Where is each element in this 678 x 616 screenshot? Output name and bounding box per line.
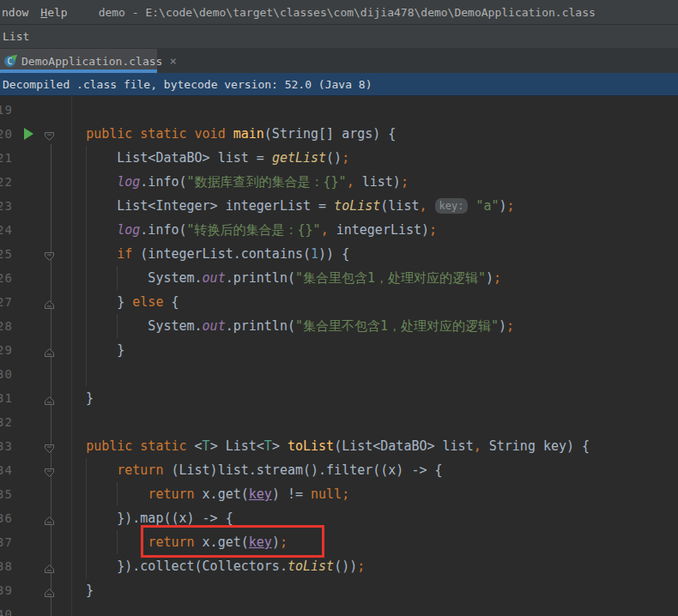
fold-start-icon[interactable] <box>44 465 55 475</box>
code-line: 30 <box>0 362 678 386</box>
code-line: 36 }).map((x) -> { <box>0 506 678 530</box>
tab-label: DemoApplication.class <box>21 55 162 68</box>
fold-start-icon[interactable] <box>44 129 55 139</box>
run-icon[interactable] <box>24 128 33 140</box>
java-runnable-class-icon: C <box>4 55 17 68</box>
code-line: 24 log.info("转换后的集合是：{}", integerList); <box>0 218 678 242</box>
code-line: 28 System.out.println("集合里不包含1，处理对应的逻辑")… <box>0 314 678 338</box>
code-editor[interactable]: 1920 public static void main(String[] ar… <box>0 96 678 616</box>
fold-end-icon[interactable] <box>44 345 55 355</box>
code-text[interactable]: return (List)list.stream().filter((x) ->… <box>55 458 443 482</box>
line-number: 31 <box>0 386 22 410</box>
tab-close-icon[interactable]: × <box>169 54 176 68</box>
fold-end-icon[interactable] <box>44 297 55 307</box>
line-number: 34 <box>0 458 22 482</box>
navigation-bar: List <box>0 25 678 49</box>
code-line: 22 log.info("数据库查到的集合是：{}", list); <box>0 170 678 194</box>
line-number: 20 <box>0 122 22 146</box>
code-text[interactable]: } <box>55 338 124 362</box>
code-line: 20 public static void main(String[] args… <box>0 122 678 146</box>
menu-item-window[interactable]: ndow <box>0 6 30 19</box>
tab-strip: C DemoApplication.class × <box>0 49 678 73</box>
line-number: 24 <box>0 218 22 242</box>
code-text[interactable]: log.info("数据库查到的集合是：{}", list); <box>55 170 409 194</box>
code-line: 27 } else { <box>0 290 678 314</box>
code-text[interactable]: }).map((x) -> { <box>55 506 233 530</box>
code-text[interactable]: List<DataBO> list = getList(); <box>55 146 349 170</box>
fold-start-icon[interactable] <box>44 441 55 451</box>
code-text[interactable]: }).collect(Collectors.toList()); <box>55 554 365 578</box>
line-number: 40 <box>0 602 22 616</box>
code-text[interactable]: log.info("转换后的集合是：{}", integerList); <box>55 218 437 242</box>
code-text[interactable]: System.out.println("集合里包含1，处理对应的逻辑"); <box>55 266 501 290</box>
menu-bar: ndow Help demo - E:\code\demo\target\cla… <box>0 0 678 25</box>
code-line: 38 }).collect(Collectors.toList()); <box>0 554 678 578</box>
banner-text: Decompiled .class file, bytecode version… <box>3 78 372 91</box>
code-line: 32 <box>0 410 678 434</box>
line-number: 21 <box>0 146 22 170</box>
code-line: 31 } <box>0 386 678 410</box>
code-lines: 1920 public static void main(String[] ar… <box>0 98 678 616</box>
fold-end-icon[interactable] <box>44 393 55 403</box>
line-number: 35 <box>0 482 22 506</box>
fold-end-icon[interactable] <box>44 585 55 595</box>
line-number: 29 <box>0 338 22 362</box>
line-number: 39 <box>0 578 22 602</box>
code-line: 33 public static <T> List<T> toList(List… <box>0 434 678 458</box>
code-text[interactable]: } <box>55 386 94 410</box>
parameter-hint-chip: key: <box>435 198 469 214</box>
line-number: 22 <box>0 170 22 194</box>
line-number: 32 <box>0 410 22 434</box>
line-number: 19 <box>0 98 22 122</box>
ide-window: ndow Help demo - E:\code\demo\target\cla… <box>0 0 678 616</box>
code-line: 19 <box>0 98 678 122</box>
line-number: 26 <box>0 266 22 290</box>
fold-end-icon[interactable] <box>44 513 55 523</box>
line-number: 23 <box>0 194 22 218</box>
code-text[interactable]: } <box>55 578 94 602</box>
line-number: 36 <box>0 506 22 530</box>
line-number: 30 <box>0 362 22 386</box>
code-line: 35 return x.get(key) != null; <box>0 482 678 506</box>
code-line: 23 List<Integer> integerList = toList(li… <box>0 194 678 218</box>
code-text[interactable]: return x.get(key) != null; <box>55 482 349 506</box>
code-text[interactable]: } else { <box>55 290 179 314</box>
decompiled-banner: Decompiled .class file, bytecode version… <box>0 73 678 96</box>
breadcrumb[interactable]: List <box>3 30 29 43</box>
menu-item-help[interactable]: Help <box>39 6 69 19</box>
code-line: 25 if (integerList.contains(1)) { <box>0 242 678 266</box>
code-line: 21 List<DataBO> list = getList(); <box>0 146 678 170</box>
fold-start-icon[interactable] <box>44 249 55 259</box>
line-number: 37 <box>0 530 22 554</box>
code-text[interactable]: if (integerList.contains(1)) { <box>55 242 349 266</box>
line-number: 25 <box>0 242 22 266</box>
code-line: 34 return (List)list.stream().filter((x)… <box>0 458 678 482</box>
code-line: 37 return x.get(key); <box>0 530 678 554</box>
code-text[interactable]: public static void main(String[] args) { <box>55 122 396 146</box>
code-text[interactable]: public static <T> List<T> toList(List<Da… <box>55 434 590 458</box>
window-title: demo - E:\code\demo\target\classes\com\d… <box>99 6 596 19</box>
code-line: 26 System.out.println("集合里包含1，处理对应的逻辑"); <box>0 266 678 290</box>
code-line: 29 } <box>0 338 678 362</box>
code-line: 40 <box>0 602 678 616</box>
code-line: 39 } <box>0 578 678 602</box>
fold-end-icon[interactable] <box>44 561 55 571</box>
code-text[interactable]: List<Integer> integerList = toList(list,… <box>55 194 515 218</box>
line-number: 38 <box>0 554 22 578</box>
line-number: 33 <box>0 434 22 458</box>
code-text[interactable]: System.out.println("集合里不包含1，处理对应的逻辑"); <box>55 314 514 338</box>
line-number: 27 <box>0 290 22 314</box>
line-number: 28 <box>0 314 22 338</box>
code-text[interactable]: return x.get(key); <box>55 530 288 554</box>
